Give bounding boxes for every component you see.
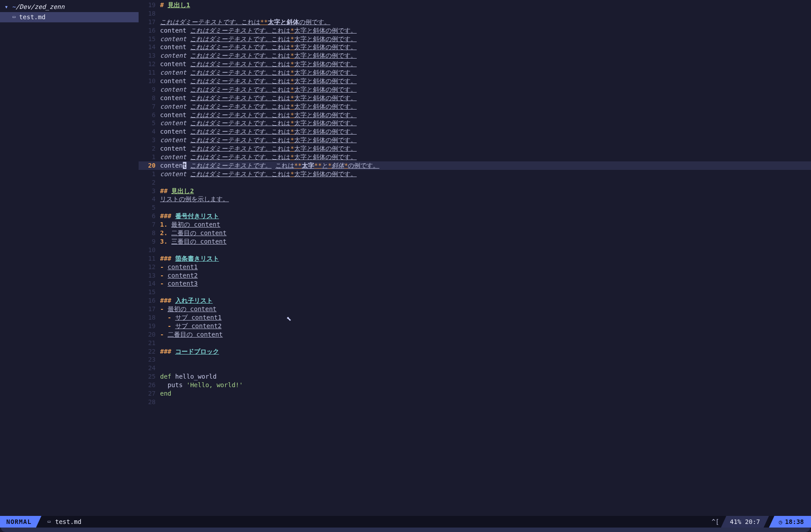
editor-line[interactable]: 1content これはダミーテキストです。これは*太字と斜体の例です。 [139,153,811,161]
editor-line[interactable]: 11### 箇条書きリスト [139,254,811,263]
editor-line[interactable]: 6content これはダミーテキストです。これは*太字と斜体の例です。 [139,111,811,119]
editor-line[interactable]: 5 [139,203,811,212]
line-number: 7 [139,102,160,111]
vim-mode-indicator: NORMAL [0,516,42,528]
line-number: 3 [139,187,160,195]
line-number: 21 [139,339,160,347]
editor-line[interactable]: 1content これはダミーテキストです。これは*太字と斜体の例です。 [139,170,811,178]
status-clock: ◷ 18:38 [769,516,811,528]
editor-line[interactable]: 6### 番号付きリスト [139,212,811,220]
line-content: リストの例を示します。 [160,195,811,203]
line-number: 20 [139,330,160,339]
line-content: # 見出し1 [160,1,811,9]
line-number: 2 [139,178,160,187]
line-number: 16 [139,296,160,305]
status-escape: ^[ [705,516,721,528]
editor-line[interactable]: 9content これはダミーテキストです。これは*太字と斜体の例です。 [139,85,811,94]
editor-line[interactable]: 71. 最初の content [139,220,811,229]
editor-line[interactable]: 12content これはダミーテキストです。これは*太字と斜体の例です。 [139,60,811,68]
editor-line[interactable]: 15 [139,288,811,296]
editor-line[interactable]: 18 - サブ content1 [139,313,811,322]
line-number: 11 [139,68,160,77]
line-content [160,9,811,18]
line-content: content これはダミーテキストです。これは*太字と斜体の例です。 [160,35,811,43]
explorer-root[interactable]: ▾ ~/Dev/zed_zenn [0,2,139,12]
line-content: content これはダミーテキストです。これは*太字と斜体の例です。 [160,94,811,102]
line-number: 25 [139,372,160,381]
editor-line[interactable]: 21 [139,339,811,347]
editor-line[interactable]: 23 [139,355,811,364]
editor-line[interactable]: 18 [139,9,811,18]
line-content: - サブ content2 [160,322,811,330]
editor-line[interactable]: 14content これはダミーテキストです。これは*太字と斜体の例です。 [139,43,811,51]
line-content: content これはダミーテキストです。これは*太字と斜体の例です。 [160,60,811,68]
line-number: 15 [139,288,160,296]
line-number: 28 [139,398,160,406]
editor-line[interactable]: 4content これはダミーテキストです。これは*太字と斜体の例です。 [139,127,811,136]
line-number: 18 [139,9,160,18]
line-content: content これはダミーテキストです。これは*太字と斜体の例です。 [160,26,811,35]
line-content: content これはダミーテキストです。これは*太字と斜体の例です。 [160,170,811,178]
editor-line[interactable]: 27end [139,389,811,398]
status-bar: NORMAL ▭ test.md ^[ 41% 20:7 ◷ 18:38 [0,516,811,528]
line-number: 6 [139,212,160,220]
editor-line[interactable]: 26 puts 'Hello, world!' [139,381,811,389]
editor-line[interactable]: 17これはダミーテキストです。これは**太字と斜体の例です。 [139,18,811,26]
line-content [160,203,811,212]
line-number: 9 [139,85,160,94]
text-cursor: t [183,162,186,169]
editor-line[interactable]: 7content これはダミーテキストです。これは*太字と斜体の例です。 [139,102,811,111]
editor-line[interactable]: 13content これはダミーテキストです。これは*太字と斜体の例です。 [139,51,811,60]
window-bottom-edge [1,528,810,532]
editor-line[interactable]: 82. 二番目の content [139,229,811,237]
line-number: 15 [139,35,160,43]
file-explorer[interactable]: ▾ ~/Dev/zed_zenn ▭ test.md [0,0,139,516]
editor-line[interactable]: 11content これはダミーテキストです。これは*太字と斜体の例です。 [139,68,811,77]
line-content: ## 見出し2 [160,187,811,195]
line-content: def hello_world [160,372,811,381]
editor-lines: 19# 見出し118 17これはダミーテキストです。これは**太字と斜体の例です… [139,1,811,406]
line-number: 5 [139,203,160,212]
editor-line[interactable]: 16content これはダミーテキストです。これは*太字と斜体の例です。 [139,26,811,35]
editor-line[interactable]: 17- 最初の content [139,305,811,313]
editor-line[interactable]: 93. 三番目の content [139,237,811,246]
chevron-down-icon: ▾ [4,3,8,11]
editor-line[interactable]: 2 [139,178,811,187]
editor-line[interactable]: 16### 入れ子リスト [139,296,811,305]
editor-line[interactable]: 3## 見出し2 [139,187,811,195]
editor-line[interactable]: 24 [139,364,811,372]
editor-line[interactable]: 10content これはダミーテキストです。これは*太字と斜体の例です。 [139,77,811,85]
editor-line[interactable]: 12- content1 [139,263,811,271]
file-icon: ▭ [13,14,16,21]
editor-line[interactable]: 8content これはダミーテキストです。これは*太字と斜体の例です。 [139,94,811,102]
editor-line[interactable]: 25def hello_world [139,372,811,381]
editor-pane[interactable]: 19# 見出し118 17これはダミーテキストです。これは**太字と斜体の例です… [139,0,811,516]
line-content [160,178,811,187]
editor-line[interactable]: 14- content3 [139,279,811,288]
line-number: 27 [139,389,160,398]
editor-line[interactable]: 20- 二番目の content [139,330,811,339]
line-number: 7 [139,220,160,229]
editor-line[interactable]: 10 [139,246,811,254]
editor-line[interactable]: 19 - サブ content2 [139,322,811,330]
editor-line[interactable]: 28 [139,398,811,406]
line-number: 11 [139,254,160,263]
editor-line[interactable]: 3content これはダミーテキストです。これは*太字と斜体の例です。 [139,136,811,144]
editor-line[interactable]: 15content これはダミーテキストです。これは*太字と斜体の例です。 [139,35,811,43]
line-number: 2 [139,144,160,153]
editor-line[interactable]: 13- content2 [139,271,811,280]
line-content: content これはダミーテキストです。これは*太字と斜体の例です。 [160,85,811,94]
line-number: 5 [139,119,160,127]
editor-line[interactable]: 20content これはダミーテキストです。 これは**太字**と*斜体*の例… [139,161,811,170]
editor-line[interactable]: 19# 見出し1 [139,1,811,9]
editor-line[interactable]: 22### コードブロック [139,347,811,356]
line-content: - content2 [160,271,811,280]
line-number: 13 [139,51,160,60]
line-content [160,355,811,364]
line-content: content これはダミーテキストです。これは*太字と斜体の例です。 [160,144,811,153]
editor-line[interactable]: 2content これはダミーテキストです。これは*太字と斜体の例です。 [139,144,811,153]
editor-line[interactable]: 5content これはダミーテキストです。これは*太字と斜体の例です。 [139,119,811,127]
file-tree-item[interactable]: ▭ test.md [0,12,139,22]
editor-line[interactable]: 4リストの例を示します。 [139,195,811,203]
root-path: ~/Dev/zed_zenn [12,3,64,11]
